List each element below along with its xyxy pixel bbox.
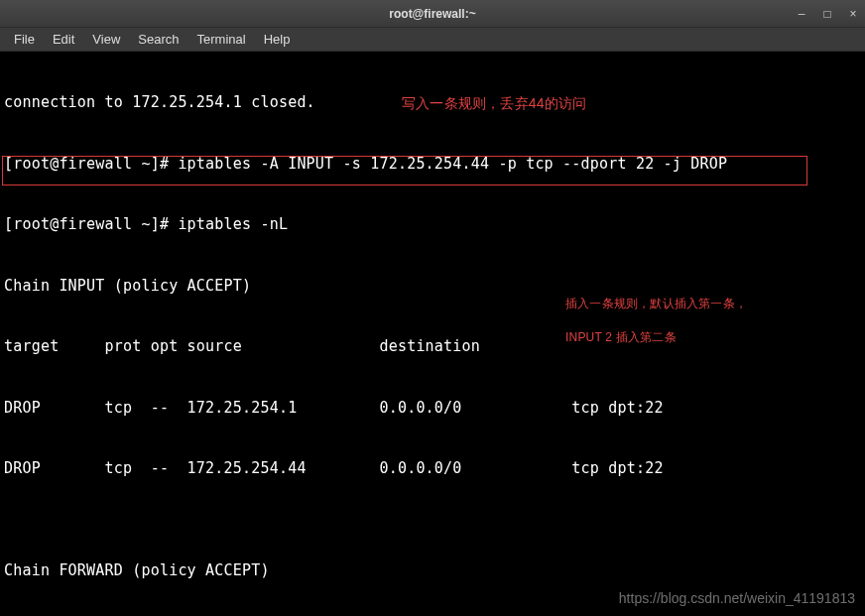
menu-edit[interactable]: Edit [45,30,82,49]
menubar: File Edit View Search Terminal Help [0,28,865,52]
window-title: root@firewall:~ [389,7,475,21]
window-controls: – □ × [794,6,861,22]
window-titlebar: root@firewall:~ – □ × [0,0,865,28]
menu-terminal[interactable]: Terminal [189,30,254,49]
menu-help[interactable]: Help [256,30,299,49]
terminal-line: Chain FORWARD (policy ACCEPT) [4,560,861,581]
terminal-line: [root@firewall ~]# iptables -nL [4,214,861,235]
terminal-line: DROP tcp -- 172.25.254.1 0.0.0.0/0 tcp d… [4,398,861,419]
menu-file[interactable]: File [6,30,43,49]
minimize-button[interactable]: – [794,6,809,22]
terminal-line: [root@firewall ~]# iptables -A INPUT -s … [4,154,861,175]
terminal-line: DROP tcp -- 172.25.254.44 0.0.0.0/0 tcp … [4,458,861,479]
menu-search[interactable]: Search [130,30,186,49]
close-button[interactable]: × [845,6,861,22]
annotation-2: 插入一条规则，默认插入第一条， [565,294,747,314]
maximize-button[interactable]: □ [819,6,835,22]
menu-view[interactable]: View [84,30,128,49]
terminal-line: target prot opt source destination [4,336,861,357]
terminal-area[interactable]: connection to 172.25.254.1 closed. [root… [0,52,865,616]
terminal-line: connection to 172.25.254.1 closed. [4,92,861,113]
terminal-line: Chain INPUT (policy ACCEPT) [4,276,861,297]
